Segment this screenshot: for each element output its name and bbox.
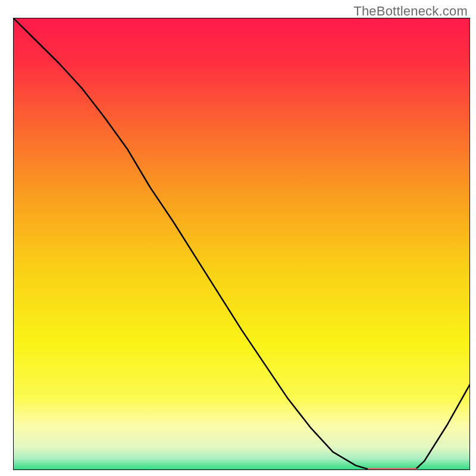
- chart-plot-area: [13, 18, 470, 470]
- chart-container: TheBottleneck.com: [0, 0, 476, 476]
- chart-background-gradient: [13, 18, 470, 470]
- watermark-text: TheBottleneck.com: [353, 4, 468, 19]
- chart-svg: [13, 18, 470, 470]
